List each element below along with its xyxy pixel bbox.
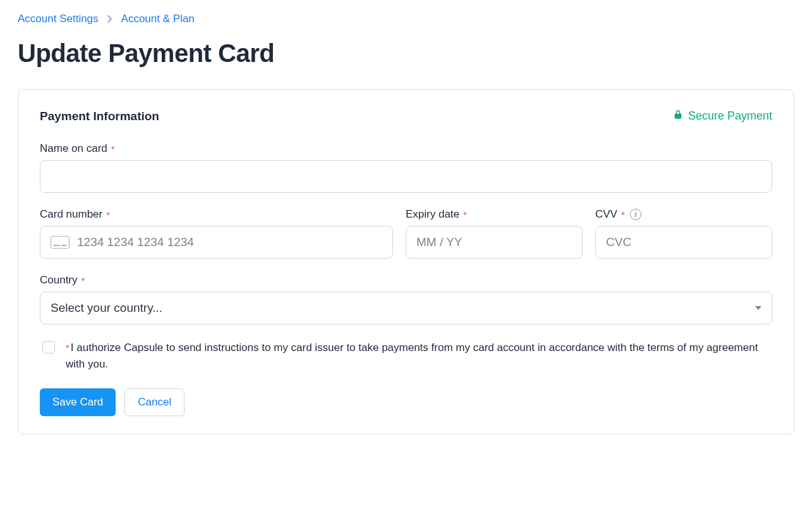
field-expiry: Expiry date * MM / YY <box>406 208 583 259</box>
authorization-checkbox[interactable] <box>42 341 55 354</box>
save-card-button[interactable]: Save Card <box>40 388 116 416</box>
breadcrumb: Account Settings Account & Plan <box>18 13 794 25</box>
field-name-on-card: Name on card * <box>40 142 772 193</box>
country-select-placeholder: Select your country... <box>51 301 162 315</box>
page-title: Update Payment Card <box>18 39 794 68</box>
name-on-card-input[interactable] <box>40 160 772 193</box>
required-indicator: * <box>463 209 467 220</box>
cvv-label: CVV <box>595 208 617 221</box>
name-on-card-label: Name on card <box>40 142 107 155</box>
breadcrumb-link-account-plan[interactable]: Account & Plan <box>121 13 195 25</box>
field-cvv: CVV * i CVC <box>595 208 772 259</box>
cvv-placeholder: CVC <box>606 235 631 249</box>
expiry-placeholder: MM / YY <box>416 235 463 249</box>
chevron-right-icon <box>107 14 112 25</box>
lock-icon <box>673 109 683 123</box>
expiry-input[interactable]: MM / YY <box>406 226 583 259</box>
expiry-label: Expiry date <box>406 208 459 221</box>
credit-card-icon <box>51 236 70 249</box>
field-country: Country * Select your country... <box>40 274 772 324</box>
field-card-number: Card number * 1234 1234 1234 1234 <box>40 208 393 259</box>
country-select[interactable]: Select your country... <box>40 292 772 324</box>
cvv-input[interactable]: CVC <box>595 226 772 259</box>
chevron-down-icon <box>755 306 761 310</box>
card-number-input[interactable]: 1234 1234 1234 1234 <box>40 226 393 259</box>
card-number-placeholder: 1234 1234 1234 1234 <box>77 235 194 249</box>
secure-payment-indicator: Secure Payment <box>673 109 772 123</box>
required-indicator: * <box>66 342 70 353</box>
info-icon[interactable]: i <box>630 209 641 220</box>
cancel-button[interactable]: Cancel <box>124 388 185 416</box>
required-indicator: * <box>111 144 115 154</box>
required-indicator: * <box>106 209 110 220</box>
secure-payment-label: Secure Payment <box>688 109 772 123</box>
required-indicator: * <box>621 209 625 220</box>
country-label: Country <box>40 274 78 287</box>
breadcrumb-link-account-settings[interactable]: Account Settings <box>18 13 99 25</box>
authorization-text: I authorize Capsule to send instructions… <box>66 342 758 370</box>
section-title: Payment Information <box>40 109 159 123</box>
required-indicator: * <box>82 275 85 286</box>
card-number-label: Card number <box>40 208 102 221</box>
payment-card-panel: Payment Information Secure Payment Name … <box>18 89 794 435</box>
authorization-consent: *I authorize Capsule to send instruction… <box>40 340 772 372</box>
